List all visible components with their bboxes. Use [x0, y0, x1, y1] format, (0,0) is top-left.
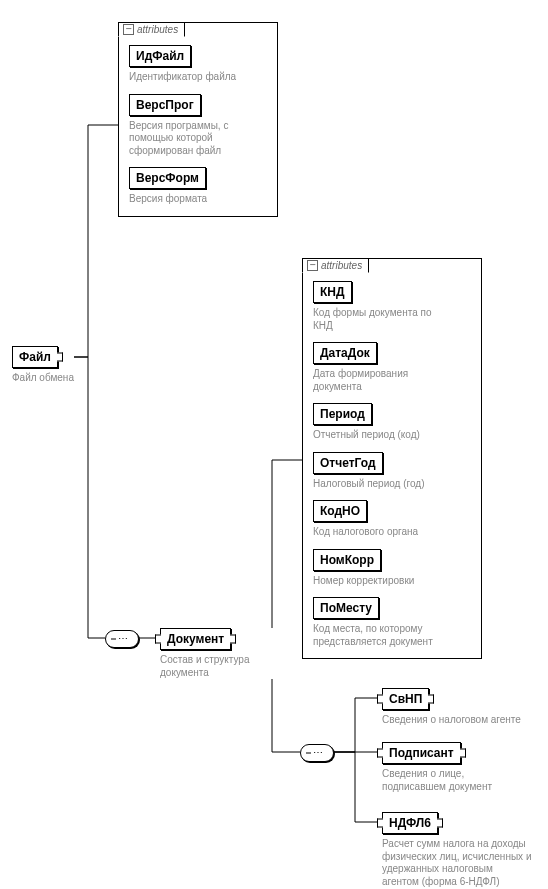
- element-ndfl6-box: НДФЛ6: [382, 812, 438, 834]
- element-ndfl6: НДФЛ6 Расчет сумм налога на доходы физич…: [382, 812, 532, 888]
- attr-versprog: ВерсПрог Версия программы, с помощью кот…: [129, 94, 267, 158]
- collapse-icon[interactable]: −: [307, 260, 318, 271]
- sequence-compositor-1: ⋯: [105, 630, 139, 648]
- element-document-box: Документ: [160, 628, 231, 650]
- attr-kodno: КодНО Код налогового органа: [313, 500, 471, 539]
- attr-otchetgod: ОтчетГод Налоговый период (год): [313, 452, 471, 491]
- attributes-group-document: − attributes КНД Код формы документа по …: [302, 258, 482, 659]
- element-document-desc: Состав и структура документа: [160, 654, 280, 679]
- attributes-tab-label: attributes: [321, 260, 362, 271]
- attributes-tab-label: attributes: [137, 24, 178, 35]
- element-podpisant: Подписант Сведения о лице, подписавшем д…: [382, 742, 522, 793]
- attr-versprog-box: ВерсПрог: [129, 94, 201, 116]
- attr-pomestu: ПоМесту Код места, по которому представл…: [313, 597, 471, 648]
- collapse-icon[interactable]: −: [123, 24, 134, 35]
- element-document: Документ Состав и структура документа: [160, 628, 280, 679]
- element-file: Файл Файл обмена: [12, 346, 74, 385]
- element-svnp: СвНП Сведения о налоговом агенте: [382, 688, 521, 727]
- element-document-label: Документ: [167, 632, 224, 646]
- attributes-tab-file[interactable]: − attributes: [118, 22, 185, 37]
- attr-versform: ВерсФорм Версия формата: [129, 167, 267, 206]
- element-podpisant-box: Подписант: [382, 742, 461, 764]
- sequence-compositor-2: ⋯: [300, 744, 334, 762]
- attr-idfile-box: ИдФайл: [129, 45, 191, 67]
- attr-versform-box: ВерсФорм: [129, 167, 206, 189]
- attributes-group-file: − attributes ИдФайл Идентификатор файла …: [118, 22, 278, 217]
- element-svnp-box: СвНП: [382, 688, 429, 710]
- element-file-desc: Файл обмена: [12, 372, 74, 385]
- attr-idfile: ИдФайл Идентификатор файла: [129, 45, 267, 84]
- attr-datadok: ДатаДок Дата формирования документа: [313, 342, 471, 393]
- attr-period: Период Отчетный период (код): [313, 403, 471, 442]
- element-file-box: Файл: [12, 346, 58, 368]
- attributes-tab-document[interactable]: − attributes: [302, 258, 369, 273]
- attr-knd: КНД Код формы документа по КНД: [313, 281, 471, 332]
- element-file-label: Файл: [19, 350, 51, 364]
- attr-nomkorr: НомКорр Номер корректировки: [313, 549, 471, 588]
